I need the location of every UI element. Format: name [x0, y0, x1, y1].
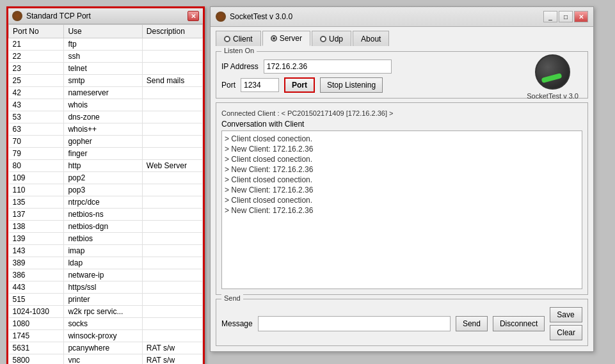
- cell-port: 53: [9, 111, 64, 123]
- cell-port: 138: [9, 221, 64, 233]
- cell-use: ftp: [64, 38, 142, 51]
- cell-port: 1024-1030: [9, 306, 64, 318]
- table-row: 1745 winsock-proxy: [9, 330, 203, 342]
- socket-title-bar: SocketTest v 3.0.0 _ □ ✕: [211, 7, 593, 27]
- tab-about-label: About: [361, 35, 381, 44]
- cell-desc: [142, 111, 202, 123]
- close-button[interactable]: ✕: [574, 11, 588, 22]
- tab-server-label: Server: [280, 34, 302, 43]
- cell-use: vnc: [64, 354, 142, 365]
- port-button[interactable]: Port: [284, 77, 315, 93]
- cell-desc: [142, 38, 202, 51]
- tab-about[interactable]: About: [353, 31, 389, 46]
- socket-content: Listen On IP Address Port Port Stop List…: [211, 46, 593, 351]
- cell-desc: [142, 87, 202, 99]
- cell-use: telnet: [64, 63, 142, 75]
- table-row: 389 ldap: [9, 257, 203, 269]
- listen-on-label: Listen On: [221, 47, 257, 54]
- tab-server[interactable]: Server: [262, 31, 310, 46]
- socket-win-controls: _ □ ✕: [543, 11, 588, 22]
- send-button[interactable]: Send: [456, 316, 488, 331]
- table-row: 70 gopher: [9, 136, 203, 148]
- tcp-title-text: Standard TCP Port: [26, 12, 91, 20]
- cell-port: 5631: [9, 342, 64, 354]
- cell-port: 63: [9, 123, 64, 136]
- table-row: 143 imap: [9, 245, 203, 257]
- cell-desc: [142, 148, 202, 160]
- content-with-logo: IP Address Port Port Stop Listening Sock…: [221, 59, 582, 93]
- cell-desc: [142, 51, 202, 63]
- port-input[interactable]: [241, 78, 279, 92]
- message-input[interactable]: [258, 316, 451, 331]
- table-row: 23 telnet: [9, 63, 203, 75]
- minimize-button[interactable]: _: [543, 11, 557, 22]
- cell-desc: [142, 221, 202, 233]
- conversation-line: > New Client: 172.16.2.36: [225, 164, 579, 175]
- table-row: 515 printer: [9, 294, 203, 306]
- conversation-line: > Client closed conection.: [225, 175, 579, 185]
- send-row: Message Send Disconnect Save Clear: [221, 307, 582, 340]
- cell-use: ldap: [64, 257, 142, 269]
- table-row: 137 netbios-ns: [9, 209, 203, 221]
- cell-use: netware-ip: [64, 269, 142, 281]
- tab-udp[interactable]: Udp: [312, 31, 351, 46]
- cell-use: w2k rpc servic...: [64, 306, 142, 318]
- cell-port: 110: [9, 184, 64, 196]
- socket-title-text: SocketTest v 3.0.0: [230, 12, 292, 21]
- send-group-label: Send: [221, 294, 243, 302]
- cell-use: whois++: [64, 123, 142, 136]
- maximize-button[interactable]: □: [559, 11, 573, 22]
- cell-port: 386: [9, 269, 64, 281]
- cell-port: 389: [9, 257, 64, 269]
- table-row: 386 netware-ip: [9, 269, 203, 281]
- save-button[interactable]: Save: [550, 307, 582, 322]
- cell-port: 5800: [9, 354, 64, 365]
- cell-desc: [142, 294, 202, 306]
- cell-desc: RAT s/w: [142, 342, 202, 354]
- save-clear-col: Save Clear: [550, 307, 582, 340]
- connected-header: Connected Client : < PC201502171409 [172…: [221, 109, 582, 117]
- cell-use: whois: [64, 99, 142, 111]
- tab-client[interactable]: Client: [216, 31, 261, 46]
- cell-use: dns-zone: [64, 111, 142, 123]
- conversation-line: > New Client: 172.16.2.36: [225, 144, 579, 154]
- cell-desc: [142, 281, 202, 294]
- logo-area: SocketTest v 3.0: [527, 54, 579, 100]
- tcp-icon: [12, 11, 22, 21]
- ip-label: IP Address: [221, 62, 259, 71]
- ip-input[interactable]: [264, 59, 392, 74]
- clear-button[interactable]: Clear: [550, 325, 582, 340]
- cell-use: netbios-dgn: [64, 221, 142, 233]
- send-group: Send Message Send Disconnect Save Clear: [216, 299, 588, 346]
- cell-desc: [142, 136, 202, 148]
- tcp-title-bar: Standard TCP Port ✕: [8, 8, 203, 24]
- cell-port: 109: [9, 172, 64, 184]
- table-row: 5800 vnc RAT s/w: [9, 354, 203, 365]
- cell-desc: [142, 245, 202, 257]
- table-row: 53 dns-zone: [9, 111, 203, 123]
- cell-use: ssh: [64, 51, 142, 63]
- table-row: 42 nameserver: [9, 87, 203, 99]
- table-row: 63 whois++: [9, 123, 203, 136]
- cell-desc: [142, 123, 202, 136]
- conversation-label: Conversation with Client: [221, 120, 582, 129]
- table-row: 138 netbios-dgn: [9, 221, 203, 233]
- cell-port: 443: [9, 281, 64, 294]
- logo-text: SocketTest v 3.0: [527, 92, 579, 100]
- cell-desc: [142, 209, 202, 221]
- tcp-title-left: Standard TCP Port: [12, 11, 91, 21]
- cell-desc: [142, 257, 202, 269]
- cell-desc: [142, 318, 202, 330]
- cell-use: nameserver: [64, 87, 142, 99]
- table-row: 21 ftp: [9, 38, 203, 51]
- cell-port: 137: [9, 209, 64, 221]
- tab-udp-label: Udp: [329, 35, 343, 44]
- cell-port: 1745: [9, 330, 64, 342]
- socket-window: SocketTest v 3.0.0 _ □ ✕ Client Server U…: [210, 6, 594, 352]
- cell-desc: RAT s/w: [142, 354, 202, 365]
- stop-listening-button[interactable]: Stop Listening: [320, 77, 383, 93]
- conversation-line: > Client closed conection.: [225, 134, 579, 144]
- tcp-close-button[interactable]: ✕: [188, 11, 199, 21]
- disconnect-button[interactable]: Disconnect: [493, 316, 545, 331]
- col-port-no: Port No: [9, 25, 64, 38]
